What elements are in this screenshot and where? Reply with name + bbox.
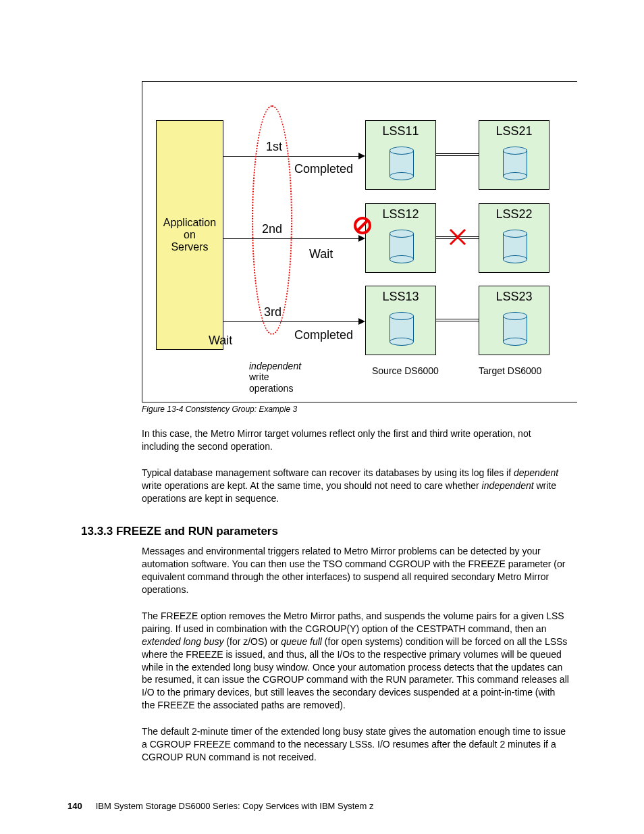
- figure-container: Application on Servers LSS11 LSS12 LSS13…: [142, 81, 577, 402]
- lss12-label: LSS12: [366, 207, 435, 221]
- para2-text-c: write operations are kept. At the same t…: [142, 480, 482, 491]
- paragraph-4: The FREEZE option removes the Metro Mirr…: [142, 610, 570, 712]
- ellipse-icon: [252, 105, 292, 335]
- x-mark-icon: [449, 228, 466, 246]
- independent-label: independent: [249, 361, 301, 371]
- arrow-1: [223, 156, 358, 157]
- write-label: write: [249, 371, 269, 382]
- status-1-label: Completed: [294, 162, 353, 176]
- para2-italic-dependent: dependent: [514, 467, 558, 478]
- application-box: Application on Servers: [156, 120, 223, 350]
- lss11-box: LSS11: [365, 120, 436, 190]
- paragraph-1: In this case, the Metro Mirror target vo…: [142, 427, 570, 453]
- app-label-3: Servers: [171, 241, 208, 253]
- app-label-1: Application: [163, 217, 216, 229]
- paragraph-3: Messages and environmental triggers rela…: [142, 545, 570, 596]
- para2-text-a: Typical database management software can…: [142, 467, 514, 478]
- status-3-label: Completed: [294, 328, 353, 342]
- arrow-head-icon: [358, 318, 365, 325]
- arrow-head-icon: [358, 153, 365, 159]
- cylinder-icon: [503, 312, 527, 343]
- target-label: Target DS6000: [479, 365, 541, 376]
- lss21-label: LSS21: [479, 124, 549, 138]
- connector-line: [436, 319, 479, 321]
- para4-text-a: The FREEZE option removes the Metro Mirr…: [142, 610, 564, 634]
- lss23-box: LSS23: [479, 286, 549, 355]
- arrow-3: [223, 321, 358, 322]
- footer-text: IBM System Storage DS6000 Series: Copy S…: [96, 801, 374, 811]
- lss13-box: LSS13: [365, 286, 436, 355]
- cylinder-icon: [503, 147, 527, 178]
- lss21-box: LSS21: [479, 120, 549, 190]
- arrow-head-icon: [358, 235, 365, 242]
- para2-italic-independent: independent: [482, 480, 534, 491]
- para4-italic-qf: queue full: [281, 636, 322, 647]
- lss13-label: LSS13: [366, 290, 435, 304]
- lss11-label: LSS11: [366, 124, 435, 138]
- para4-text-c: (for z/OS) or: [223, 636, 281, 647]
- para4-italic-elb: extended long busy: [142, 636, 223, 647]
- cylinder-icon: [503, 230, 527, 261]
- bottom-wait-label: Wait: [209, 334, 232, 348]
- cylinder-icon: [390, 230, 414, 261]
- lss12-box: LSS12: [365, 203, 436, 273]
- lss23-label: LSS23: [479, 290, 549, 304]
- paragraph-2: Typical database management software can…: [142, 467, 570, 505]
- app-label-2: on: [184, 229, 196, 241]
- cylinder-icon: [390, 312, 414, 343]
- svg-line-3: [357, 220, 368, 231]
- section-heading: 13.3.3 FREEZE and RUN parameters: [81, 525, 576, 538]
- connector-line: [436, 153, 479, 156]
- source-label: Source DS6000: [372, 365, 439, 376]
- page-footer: 140IBM System Storage DS6000 Series: Cop…: [68, 801, 374, 811]
- cylinder-icon: [390, 147, 414, 178]
- lss22-box: LSS22: [479, 203, 549, 273]
- operations-label: operations: [249, 383, 293, 394]
- lss22-label: LSS22: [479, 207, 549, 221]
- figure-caption: Figure 13-4 Consistency Group: Example 3: [142, 405, 576, 414]
- prohibited-icon: [353, 216, 372, 235]
- para4-text-e: (for open systems) condition will be for…: [142, 636, 569, 710]
- paragraph-5: The default 2-minute timer of the extend…: [142, 725, 570, 764]
- status-2-label: Wait: [309, 247, 333, 261]
- page-number: 140: [68, 801, 82, 811]
